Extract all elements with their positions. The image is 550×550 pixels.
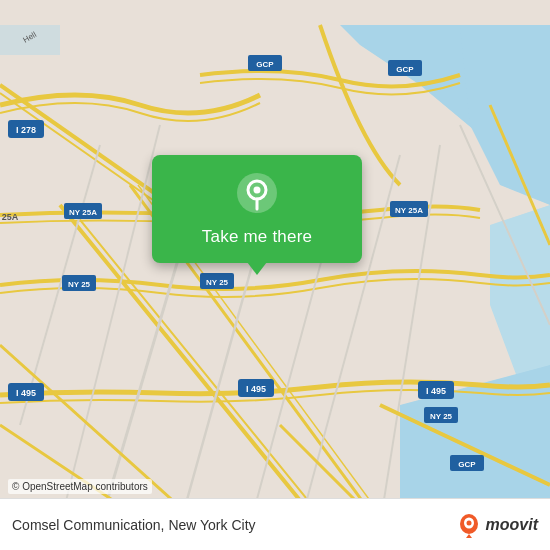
svg-text:NY 25: NY 25 <box>68 280 91 289</box>
svg-text:I 495: I 495 <box>16 388 36 398</box>
svg-line-16 <box>60 125 160 525</box>
svg-text:NY 25A: NY 25A <box>69 208 97 217</box>
moovit-logo: moovit <box>456 512 538 538</box>
moovit-pin-icon <box>456 512 482 538</box>
map-roads-svg: I 278 GCP GCP NY 25A 25A NY 25A NY 25 NY… <box>0 0 550 550</box>
svg-text:GCP: GCP <box>256 60 274 69</box>
svg-text:GCP: GCP <box>396 65 414 74</box>
moovit-app-name: moovit <box>486 516 538 534</box>
bottom-bar: Comsel Communication, New York City moov… <box>0 498 550 550</box>
svg-text:NY 25: NY 25 <box>430 412 453 421</box>
osm-attribution: © OpenStreetMap contributors <box>8 479 152 494</box>
location-name: Comsel Communication, New York City <box>12 517 456 533</box>
svg-text:NY 25A: NY 25A <box>395 206 423 215</box>
svg-text:NY 25: NY 25 <box>206 278 229 287</box>
svg-text:I 495: I 495 <box>246 384 266 394</box>
svg-text:25A: 25A <box>2 212 19 222</box>
svg-text:GCP: GCP <box>458 460 476 469</box>
popup-card: Take me there <box>152 155 362 263</box>
svg-text:I 278: I 278 <box>16 125 36 135</box>
map-container: I 278 GCP GCP NY 25A 25A NY 25A NY 25 NY… <box>0 0 550 550</box>
svg-text:I 495: I 495 <box>426 386 446 396</box>
take-me-there-button[interactable]: Take me there <box>202 225 312 249</box>
svg-marker-1 <box>460 25 550 205</box>
location-pin-icon <box>235 171 279 215</box>
svg-point-55 <box>466 520 471 525</box>
svg-point-52 <box>254 187 261 194</box>
